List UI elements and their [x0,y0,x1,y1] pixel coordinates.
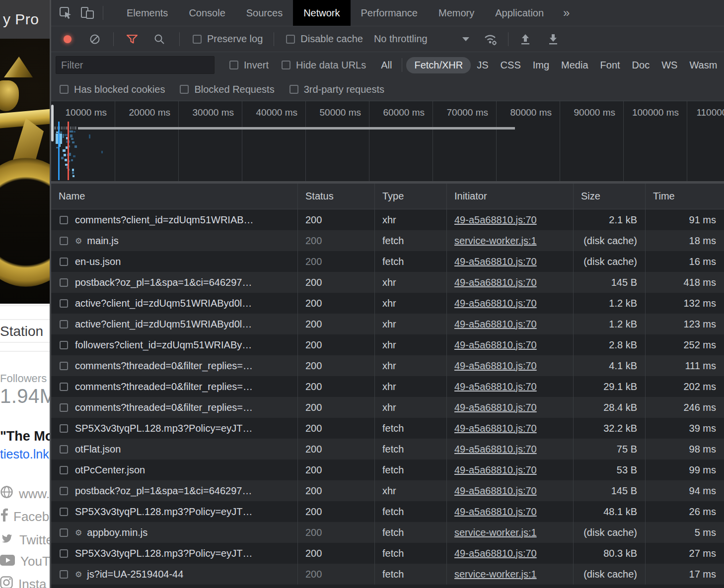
table-row[interactable]: comments?client_id=zdUqm51WRIAB…200xhr49… [51,209,724,230]
3rd-party-requests-checkbox[interactable]: 3rd-party requests [290,84,384,95]
tab-sources[interactable]: Sources [236,0,293,26]
filter-type-all[interactable]: All [375,58,398,73]
table-row[interactable]: SP5X3v3tyqPL.128.mp3?Policy=eyJT…200fetc… [51,418,724,439]
filter-type-css[interactable]: CSS [495,58,527,73]
initiator-link[interactable]: 49-a5a68810.js:70 [454,319,537,330]
device-toolbar-icon[interactable] [80,5,95,20]
throttling-select[interactable]: No throttling [374,33,469,45]
table-row[interactable]: active?client_id=zdUqm51WRIAByd0l…200xhr… [51,314,724,334]
record-button[interactable] [64,35,72,43]
table-row[interactable]: en-us.json200fetch49-a5a68810.js:70(disk… [51,251,724,272]
network-conditions-icon[interactable] [483,33,499,46]
row-checkbox[interactable] [60,528,68,537]
table-row[interactable]: ⚙js?id=UA-2519404-44200fetchservice-work… [51,564,724,585]
column-header-size[interactable]: Size [574,184,646,209]
column-header-time[interactable]: Time [646,184,724,209]
table-row[interactable]: otFlat.json200fetch49-a5a68810.js:7075 B… [51,439,724,459]
column-header-status[interactable]: Status [298,184,375,209]
initiator-link[interactable]: 49-a5a68810.js:70 [454,506,537,518]
row-checkbox[interactable] [60,216,68,224]
bio-link[interactable]: tiesto.lnk [0,447,49,461]
social-link-youtu[interactable]: YouTu [0,553,50,569]
row-checkbox[interactable] [60,320,68,328]
filter-type-font[interactable]: Font [594,58,626,73]
initiator-link[interactable]: 49-a5a68810.js:70 [454,277,537,288]
row-checkbox[interactable] [60,508,68,516]
social-link-insta[interactable]: Insta [0,576,50,588]
row-checkbox[interactable] [60,237,68,245]
blocked-requests-checkbox[interactable]: Blocked Requests [180,84,274,95]
hide-data-urls-checkbox[interactable]: Hide data URLs [282,60,366,71]
initiator-link[interactable]: 49-a5a68810.js:70 [454,548,537,559]
tab-network[interactable]: Network [293,0,350,26]
table-row[interactable]: otPcCenter.json200fetch49-a5a68810.js:70… [51,459,724,480]
initiator-link[interactable]: service-worker.js:1 [454,527,537,538]
row-checkbox[interactable] [60,445,68,454]
filter-type-img[interactable]: Img [527,58,555,73]
import-har-icon[interactable] [519,33,531,46]
row-checkbox[interactable] [60,424,68,433]
filter-funnel-icon[interactable] [126,34,139,45]
initiator-link[interactable]: 49-a5a68810.js:70 [454,214,537,226]
initiator-link[interactable]: 49-a5a68810.js:70 [454,298,537,309]
invert-checkbox[interactable]: Invert [229,60,269,71]
initiator-link[interactable]: 49-a5a68810.js:70 [454,444,537,455]
row-checkbox[interactable] [60,383,68,391]
clear-icon[interactable] [89,34,100,45]
table-row[interactable]: comments?threaded=0&filter_replies=…200x… [51,376,724,397]
row-checkbox[interactable] [60,487,68,495]
row-checkbox[interactable] [60,341,68,349]
checkbox[interactable] [193,35,202,44]
has-blocked-cookies-checkbox[interactable]: Has blocked cookies [60,84,165,95]
social-link-www-t[interactable]: www.t [0,486,50,502]
initiator-link[interactable]: 49-a5a68810.js:70 [454,381,537,392]
row-checkbox[interactable] [60,466,68,474]
filter-input[interactable] [56,56,215,74]
tab-memory[interactable]: Memory [428,0,485,26]
table-row[interactable]: followers?client_id=zdUqm51WRIABy…200xhr… [51,334,724,355]
table-row[interactable]: ⚙main.js200fetchservice-worker.js:1(disk… [51,230,724,251]
row-checkbox[interactable] [60,570,68,579]
social-link-faceb[interactable]: Faceb [0,509,50,524]
tab-console[interactable]: Console [178,0,235,26]
row-checkbox[interactable] [60,403,68,412]
checkbox[interactable] [60,85,69,94]
station-button[interactable]: Station [0,321,50,342]
initiator-link[interactable]: 49-a5a68810.js:70 [454,339,537,351]
tab-elements[interactable]: Elements [116,0,178,26]
preserve-log-checkbox[interactable]: Preserve log [193,33,263,45]
table-row[interactable]: SP5X3v3tyqPL.128.mp3?Policy=eyJT…200fetc… [51,543,724,564]
table-row[interactable]: postback?oz_pl=1&spa=1&ci=646297…200xhr4… [51,480,724,501]
overview-left-handle[interactable] [51,105,54,141]
checkbox[interactable] [229,61,238,69]
initiator-link[interactable]: 49-a5a68810.js:70 [454,464,537,476]
row-checkbox[interactable] [60,258,68,266]
social-link-twitte[interactable]: Twitte [0,532,50,548]
filter-type-wasm[interactable]: Wasm [683,58,723,73]
column-header-type[interactable]: Type [375,184,447,209]
row-checkbox[interactable] [60,278,68,287]
filter-type-fetch-xhr[interactable]: Fetch/XHR [406,57,471,73]
tab-application[interactable]: Application [485,0,554,26]
export-har-icon[interactable] [547,33,559,46]
initiator-link[interactable]: 49-a5a68810.js:70 [454,360,537,372]
column-header-initiator[interactable]: Initiator [447,184,574,209]
initiator-link[interactable]: service-worker.js:1 [454,569,537,580]
checkbox[interactable] [282,61,290,69]
table-row[interactable]: ⚙appboy.min.js200fetchservice-worker.js:… [51,522,724,543]
initiator-link[interactable]: 49-a5a68810.js:70 [454,402,537,413]
more-tabs-button[interactable]: » [563,6,570,20]
table-row[interactable]: comments?threaded=0&filter_replies=…200x… [51,355,724,376]
row-checkbox[interactable] [60,299,68,308]
filter-type-js[interactable]: JS [471,58,494,73]
tab-performance[interactable]: Performance [351,0,429,26]
checkbox[interactable] [180,85,189,94]
initiator-link[interactable]: 49-a5a68810.js:70 [454,485,537,497]
checkbox[interactable] [286,35,295,44]
search-icon[interactable] [153,33,165,45]
initiator-link[interactable]: 49-a5a68810.js:70 [454,256,537,267]
initiator-link[interactable]: 49-a5a68810.js:70 [454,423,537,434]
inspect-element-icon[interactable] [58,5,73,20]
filter-type-media[interactable]: Media [555,58,594,73]
disable-cache-checkbox[interactable]: Disable cache [286,33,363,45]
